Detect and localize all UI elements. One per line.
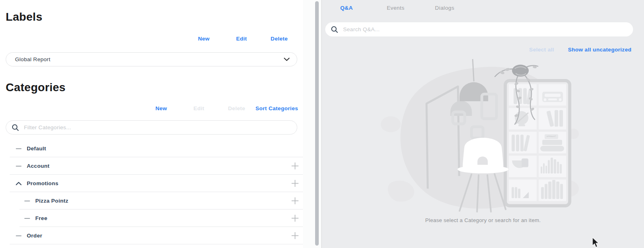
panel-gutter (303, 0, 321, 248)
category-row-account[interactable]: Account (6, 157, 303, 175)
select-all-button: Select all (529, 47, 554, 53)
categories-new-button[interactable]: New (142, 105, 180, 111)
filter-categories-input[interactable] (23, 124, 291, 131)
vertical-scrollbar[interactable] (315, 1, 319, 246)
categories-delete-button: Delete (218, 105, 255, 111)
search-icon (331, 26, 338, 33)
minus-icon[interactable] (16, 233, 21, 239)
empty-state-message: Please select a Category or search for a… (322, 217, 644, 223)
category-label: Free (35, 215, 47, 221)
search-icon (12, 124, 19, 131)
category-label: Promotions (27, 180, 58, 186)
tab-q-a[interactable]: Q&A (322, 4, 371, 12)
app-window: Labels NewEditDelete Global Report Categ… (0, 0, 644, 248)
labels-action-row: NewEditDelete (6, 36, 303, 42)
collapse-icon[interactable] (16, 182, 21, 186)
tab-bar: Q&AEventsDialogs (322, 4, 644, 12)
add-item-icon[interactable] (291, 162, 299, 170)
category-row-order[interactable]: Order (6, 227, 303, 244)
category-label: Pizza Pointz (35, 198, 69, 204)
bookshelf-room-illustration (380, 56, 586, 215)
add-item-icon[interactable] (291, 214, 299, 222)
tab-dialogs[interactable]: Dialogs (420, 4, 469, 12)
qa-search (325, 22, 633, 36)
minus-icon[interactable] (24, 216, 30, 221)
categories-action-row: NewEditDeleteSort Categories (6, 105, 303, 111)
right-panel: Q&AEventsDialogs Select all Show all unc… (321, 0, 644, 248)
labels-new-button[interactable]: New (185, 36, 223, 42)
selection-links-row: Select all Show all uncategorized (322, 47, 631, 53)
labels-delete-button[interactable]: Delete (260, 36, 298, 42)
category-list: DefaultAccountPromotionsPizza PointzFree… (6, 140, 303, 244)
add-item-icon[interactable] (291, 232, 299, 239)
category-row-default[interactable]: Default (6, 140, 303, 157)
labels-title: Labels (6, 0, 303, 24)
qa-search-input[interactable] (342, 26, 627, 33)
category-label: Default (27, 145, 46, 152)
report-dropdown[interactable]: Global Report (6, 52, 297, 66)
add-item-icon[interactable] (291, 197, 299, 205)
categories-title: Categories (6, 81, 303, 94)
report-dropdown-value: Global Report (15, 56, 50, 62)
chevron-down-icon (284, 58, 290, 61)
categories-edit-button: Edit (180, 105, 218, 111)
labels-edit-button[interactable]: Edit (223, 36, 260, 42)
add-item-icon[interactable] (291, 180, 299, 187)
category-row-free[interactable]: Free (6, 210, 303, 227)
left-panel: Labels NewEditDelete Global Report Categ… (0, 0, 303, 248)
filter-categories-search (6, 120, 297, 135)
category-row-pizza-pointz[interactable]: Pizza Pointz (6, 192, 303, 210)
category-label: Order (27, 233, 42, 239)
categories-sort-categories-button[interactable]: Sort Categories (255, 105, 298, 111)
show-all-uncategorized-button[interactable]: Show all uncategorized (568, 47, 631, 53)
minus-icon[interactable] (16, 163, 21, 169)
category-label: Account (27, 163, 49, 169)
minus-icon[interactable] (16, 146, 21, 152)
tab-events[interactable]: Events (371, 4, 420, 12)
minus-icon[interactable] (24, 198, 30, 204)
category-row-promotions[interactable]: Promotions (6, 175, 303, 192)
